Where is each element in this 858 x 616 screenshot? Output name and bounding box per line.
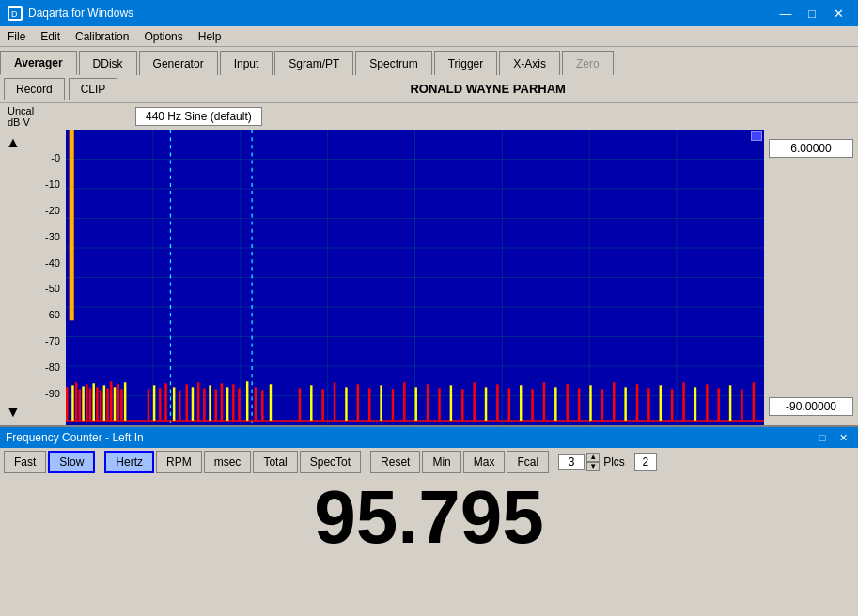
freq-maximize-btn[interactable]: □	[813, 430, 832, 445]
freq-btn-spectot[interactable]: SpecTot	[300, 451, 361, 473]
freq-btn-min[interactable]: Min	[422, 451, 460, 473]
svg-rect-59	[261, 390, 263, 421]
svg-rect-44	[164, 383, 166, 421]
freq-btn-reset[interactable]: Reset	[370, 451, 420, 473]
y-tick-20: -20	[4, 205, 64, 216]
svg-rect-84	[566, 384, 568, 421]
svg-rect-100	[753, 382, 755, 421]
freq-btn-msec[interactable]: msec	[204, 451, 252, 473]
svg-rect-64	[334, 382, 335, 421]
freq-plcs-input[interactable]	[558, 454, 585, 470]
app-title: Daqarta for Windows	[28, 7, 133, 20]
svg-rect-99	[741, 389, 742, 421]
yaxis-down-arrow[interactable]: ▼	[4, 403, 23, 422]
freq-close-btn[interactable]: ✕	[834, 430, 852, 445]
svg-rect-65	[345, 387, 347, 421]
svg-rect-76	[473, 382, 475, 421]
tab-ddisk[interactable]: DDisk	[79, 51, 137, 75]
svg-rect-34	[103, 385, 105, 421]
plcs-up-btn[interactable]: ▲	[586, 453, 600, 462]
svg-rect-70	[403, 382, 405, 421]
svg-rect-45	[173, 387, 175, 421]
svg-text:D: D	[11, 9, 18, 19]
y-tick-40: -40	[4, 257, 64, 269]
svg-rect-69	[392, 389, 394, 421]
menu-bar: File Edit Calibration Options Help	[0, 26, 858, 47]
svg-rect-33	[100, 390, 101, 421]
yaxis-label-uncal: Uncal	[8, 105, 70, 116]
spectrum-svg	[66, 130, 764, 425]
svg-rect-32	[96, 387, 98, 421]
svg-rect-43	[159, 388, 161, 421]
tab-sgram[interactable]: Sgram/PT	[274, 51, 353, 75]
yaxis-label-dbv: dB V	[8, 116, 70, 128]
freq-minimize-btn[interactable]: —	[792, 430, 811, 445]
maximize-button[interactable]: □	[800, 4, 824, 23]
tab-xaxis[interactable]: X-Axis	[499, 51, 560, 75]
svg-rect-87	[601, 389, 603, 421]
freq-btn-fast[interactable]: Fast	[4, 451, 46, 473]
svg-rect-82	[543, 382, 545, 421]
menu-help[interactable]: Help	[191, 28, 229, 45]
app-icon: D	[8, 6, 23, 21]
svg-rect-79	[508, 388, 510, 421]
window-controls: — □ ✕	[773, 4, 850, 23]
svg-rect-78	[496, 384, 498, 421]
menu-options[interactable]: Options	[136, 28, 190, 45]
yaxis-up-arrow[interactable]: ▲	[4, 133, 23, 152]
freq-toolbar: Fast Slow Hertz RPM msec Total SpecTot R…	[0, 448, 858, 476]
record-button[interactable]: Record	[4, 78, 65, 100]
y-tick-70: -70	[4, 335, 64, 346]
svg-rect-48	[192, 387, 194, 421]
tab-averager[interactable]: Averager	[0, 51, 77, 75]
clip-button[interactable]: CLIP	[69, 78, 118, 100]
tab-input[interactable]: Input	[220, 51, 273, 75]
menu-calibration[interactable]: Calibration	[68, 28, 136, 45]
svg-rect-35	[106, 388, 108, 421]
freq-counter-panel: Frequency Counter - Left In — □ ✕ Fast S…	[0, 425, 858, 559]
tab-generator[interactable]: Generator	[139, 51, 218, 75]
signal-label: 440 Hz Sine (default)	[135, 107, 262, 126]
minimize-button[interactable]: —	[773, 4, 798, 23]
tab-trigger[interactable]: Trigger	[434, 51, 498, 75]
spectrum-chart[interactable]	[66, 130, 764, 425]
freq-btn-hertz[interactable]: Hertz	[104, 451, 154, 473]
svg-rect-57	[246, 381, 248, 421]
svg-rect-81	[531, 389, 533, 421]
svg-rect-29	[86, 384, 87, 421]
menu-file[interactable]: File	[0, 28, 33, 45]
y-tick-10: -10	[4, 178, 64, 190]
svg-rect-91	[647, 388, 649, 421]
svg-rect-86	[589, 385, 591, 421]
svg-rect-26	[75, 382, 77, 421]
freq-btn-rpm[interactable]: RPM	[156, 451, 202, 473]
svg-rect-42	[153, 385, 155, 421]
right-panel: 6.00000 -90.00000	[764, 130, 858, 425]
svg-rect-61	[299, 388, 301, 421]
svg-rect-74	[450, 385, 452, 421]
tab-spectrum[interactable]: Spectrum	[355, 51, 431, 75]
svg-rect-71	[415, 387, 417, 421]
right-bottom-value: -90.00000	[769, 397, 853, 416]
freq-btn-total[interactable]: Total	[253, 451, 297, 473]
y-tick-50: -50	[4, 283, 64, 294]
freq-btn-slow[interactable]: Slow	[48, 451, 95, 473]
plcs-down-btn[interactable]: ▼	[586, 462, 600, 471]
freq-btn-max[interactable]: Max	[463, 451, 506, 473]
freq-btn-fcal[interactable]: Fcal	[507, 451, 549, 473]
svg-rect-50	[203, 388, 205, 421]
svg-rect-72	[427, 384, 429, 421]
close-button[interactable]: ✕	[826, 4, 850, 23]
svg-rect-97	[717, 388, 719, 421]
svg-rect-52	[215, 389, 217, 421]
svg-rect-39	[120, 389, 122, 421]
menu-edit[interactable]: Edit	[33, 28, 68, 45]
svg-rect-58	[255, 387, 257, 421]
svg-rect-96	[706, 384, 708, 421]
svg-rect-88	[613, 382, 615, 421]
chart-indicator	[751, 131, 762, 141]
svg-rect-80	[520, 385, 522, 421]
svg-rect-40	[124, 382, 126, 421]
svg-rect-54	[226, 387, 228, 421]
svg-rect-67	[368, 388, 370, 421]
